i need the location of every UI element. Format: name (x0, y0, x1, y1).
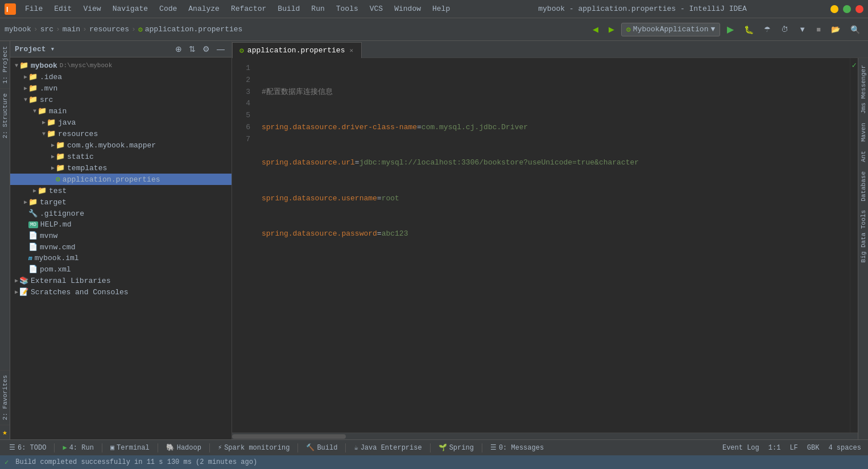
todo-panel-btn[interactable]: ☰ 6: TODO (5, 442, 51, 453)
java-enterprise-btn[interactable]: ☕ Java Enterprise (349, 442, 426, 453)
tree-item-scratches[interactable]: ▶ 📝 Scratches and Consoles (10, 286, 232, 298)
folder-icon-mapper: 📁 (56, 141, 65, 150)
forward-button[interactable]: ▶ (605, 23, 618, 36)
maximize-button[interactable]: □ (843, 5, 851, 13)
open-in-button[interactable]: 📂 (828, 23, 844, 36)
sidebar-favorites-label[interactable]: 2: Favorites (0, 370, 10, 425)
sidebar-project-label[interactable]: 1: Project (0, 41, 10, 88)
line-num-7: 7 (232, 134, 250, 146)
event-log-btn[interactable]: Event Log (720, 443, 762, 453)
tree-item-mvnwcmd[interactable]: ▶ 📄 mvnw.cmd (10, 241, 232, 253)
panel-maven[interactable]: Maven (859, 118, 868, 146)
tab-close-appprops[interactable]: ✕ (348, 46, 354, 55)
tree-add-button[interactable]: ⊕ (173, 43, 184, 55)
panel-database[interactable]: Database (859, 167, 868, 206)
menu-run[interactable]: Run (307, 3, 329, 14)
tree-item-main[interactable]: ▼ 📁 main (10, 105, 232, 117)
file-tree-header: Project ▾ ⊕ ⇅ ⚙ — (10, 41, 232, 57)
menu-help[interactable]: Help (428, 3, 454, 14)
horizontal-scrollbar[interactable] (232, 433, 858, 439)
run-button[interactable]: ▶ (724, 22, 737, 37)
menu-window[interactable]: Window (390, 3, 425, 14)
breadcrumb-src[interactable]: src (40, 25, 53, 34)
spark-btn[interactable]: ⚡ Spark monitoring (213, 442, 294, 453)
build-btn[interactable]: 🔨 Build (301, 442, 342, 453)
tree-item-pomxml[interactable]: ▶ 📄 pom.xml (10, 264, 232, 275)
sidebar-structure-label[interactable]: 2: Structure (0, 88, 10, 143)
back-button[interactable]: ◀ (589, 23, 602, 36)
menu-view[interactable]: View (78, 3, 105, 14)
indent-setting[interactable]: 4 spaces (826, 443, 863, 453)
tree-label-src: src (40, 96, 53, 104)
more-run-button[interactable]: ▼ (795, 23, 809, 36)
minimize-button[interactable]: ─ (830, 5, 838, 13)
tree-item-java[interactable]: ▶ 📁 java (10, 117, 232, 128)
menu-tools[interactable]: Tools (332, 3, 363, 14)
menu-navigate[interactable]: Navigate (108, 3, 152, 14)
spring-label: Spring (449, 444, 474, 452)
search-button[interactable]: 🔍 (847, 23, 863, 36)
tree-item-src[interactable]: ▼ 📁 src (10, 94, 232, 105)
java-enterprise-icon: ☕ (354, 443, 358, 452)
sep-5 (297, 443, 298, 452)
menu-refactor[interactable]: Refactor (226, 3, 271, 14)
panel-jms-messenger[interactable]: Jms Messenger (859, 60, 868, 118)
menu-code[interactable]: Code (155, 3, 181, 14)
tree-item-resources[interactable]: ▼ 📁 resources (10, 128, 232, 139)
tree-item-mapper[interactable]: ▶ 📁 com.gk.mybook.mapper (10, 139, 232, 151)
tree-item-target[interactable]: ▶ 📁 target (10, 196, 232, 208)
tree-item-extlibs[interactable]: ▶ 📚 External Libraries (10, 275, 232, 286)
tree-item-mybookiml[interactable]: ▶ m mybook.iml (10, 253, 232, 264)
menu-vcs[interactable]: VCS (365, 3, 387, 14)
tree-item-idea[interactable]: ▶ 📁 .idea (10, 71, 232, 83)
terminal-btn[interactable]: ▣ Terminal (106, 442, 154, 453)
breadcrumb-main[interactable]: main (63, 25, 80, 34)
breadcrumb-mybook[interactable]: mybook (5, 25, 31, 34)
favorites-star-icon[interactable]: ★ (2, 427, 7, 437)
folder-icon-java: 📁 (47, 118, 56, 127)
panel-ant[interactable]: Ant (859, 146, 868, 167)
tab-appprops[interactable]: ⚙ application.properties ✕ (232, 42, 362, 58)
stop-button[interactable]: ■ (813, 23, 824, 36)
sep-4 (209, 443, 210, 452)
messages-btn[interactable]: ☰ 0: Messages (486, 442, 548, 453)
spring-btn[interactable]: 🌱 Spring (434, 442, 478, 453)
hadoop-btn[interactable]: 🐘 Hadoop (162, 442, 206, 453)
breadcrumb-resources[interactable]: resources (89, 25, 129, 34)
editor-content[interactable]: 1 2 3 4 5 6 7 #配置数据库连接信息 spring.datasour… (232, 58, 858, 433)
panel-big-data-tools[interactable]: Big Data Tools (859, 205, 868, 267)
tree-item-helpmd[interactable]: ▶ MD HELP.md (10, 219, 232, 230)
code-editor[interactable]: #配置数据库连接信息 spring.datasource.driver-clas… (255, 58, 850, 433)
run-panel-btn[interactable]: ▶ 4: Run (58, 442, 98, 453)
scrollbar-thumb[interactable] (232, 434, 346, 439)
menu-build[interactable]: Build (273, 3, 304, 14)
menu-file[interactable]: File (20, 3, 47, 14)
cursor-position[interactable]: 1:1 (766, 443, 783, 453)
close-button[interactable]: ✕ (855, 5, 863, 13)
file-tree-content[interactable]: ▼ 📁 mybook D:\mysc\mybook ▶ 📁 .idea ▶ 📁 (10, 57, 232, 439)
debug-button[interactable]: 🐛 (741, 23, 757, 36)
tree-scroll-button[interactable]: ⇅ (187, 43, 198, 55)
tree-item-templates[interactable]: ▶ 📁 templates (10, 162, 232, 174)
profile-button[interactable]: ⏱ (778, 23, 792, 36)
bottom-toolbar: ☰ 6: TODO ▶ 4: Run ▣ Terminal 🐘 Hadoop ⚡… (0, 439, 868, 455)
tree-collapse-button[interactable]: — (214, 43, 227, 55)
menu-analyze[interactable]: Analyze (184, 3, 224, 14)
spring-icon: 🌱 (439, 443, 447, 452)
run-config-selector[interactable]: ⚙ MybookApplication ▼ (621, 23, 720, 36)
tree-item-appprops[interactable]: ▶ ⚙ application.properties (10, 174, 232, 185)
tree-item-test[interactable]: ▶ 📁 test (10, 185, 232, 196)
line-ending[interactable]: LF (787, 443, 800, 453)
tree-settings-button[interactable]: ⚙ (200, 43, 212, 55)
tree-item-mvn[interactable]: ▶ 📁 .mvn (10, 83, 232, 94)
tree-item-gitignore[interactable]: ▶ 🔧 .gitignore (10, 208, 232, 219)
sep-2 (102, 443, 102, 452)
coverage-button[interactable]: ☂ (760, 23, 774, 36)
tree-item-mybook[interactable]: ▼ 📁 mybook D:\mysc\mybook (10, 60, 232, 71)
file-tree-panel: Project ▾ ⊕ ⇅ ⚙ — ▼ 📁 mybook D:\mysc\myb… (10, 41, 232, 439)
tree-item-static[interactable]: ▶ 📁 static (10, 151, 232, 162)
menu-edit[interactable]: Edit (49, 3, 76, 14)
val-4: root (382, 194, 399, 203)
tree-item-mvnw[interactable]: ▶ 📄 mvnw (10, 230, 232, 241)
encoding[interactable]: GBK (805, 443, 822, 453)
